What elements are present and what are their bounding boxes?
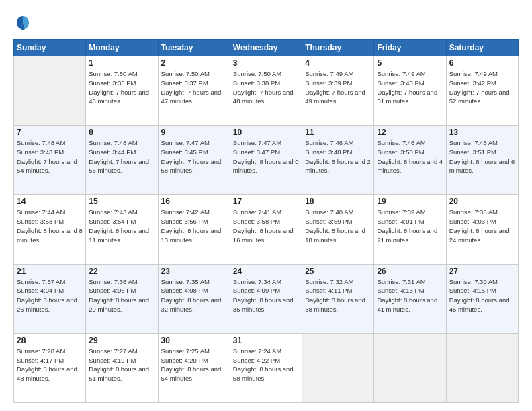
calendar-week-row: 21Sunrise: 7:37 AMSunset: 4:04 PMDayligh… bbox=[14, 264, 519, 333]
day-number: 8 bbox=[89, 128, 154, 137]
calendar-cell: 29Sunrise: 7:27 AMSunset: 4:19 PMDayligh… bbox=[86, 333, 158, 402]
day-info: Sunrise: 7:48 AMSunset: 3:44 PMDaylight:… bbox=[89, 138, 154, 175]
day-number: 18 bbox=[305, 197, 371, 206]
day-info: Sunrise: 7:47 AMSunset: 3:45 PMDaylight:… bbox=[161, 138, 227, 175]
calendar-week-row: 1Sunrise: 7:50 AMSunset: 3:36 PMDaylight… bbox=[14, 56, 519, 126]
calendar-cell: 17Sunrise: 7:41 AMSunset: 3:58 PMDayligh… bbox=[230, 195, 302, 264]
calendar-cell: 10Sunrise: 7:47 AMSunset: 3:47 PMDayligh… bbox=[230, 126, 302, 195]
day-info: Sunrise: 7:49 AMSunset: 3:42 PMDaylight:… bbox=[449, 69, 515, 106]
calendar-cell: 1Sunrise: 7:50 AMSunset: 3:36 PMDaylight… bbox=[86, 56, 158, 126]
day-info: Sunrise: 7:50 AMSunset: 3:38 PMDaylight:… bbox=[233, 69, 299, 106]
calendar-cell: 28Sunrise: 7:28 AMSunset: 4:17 PMDayligh… bbox=[14, 333, 86, 402]
day-info: Sunrise: 7:48 AMSunset: 3:43 PMDaylight:… bbox=[17, 138, 83, 175]
logo-icon bbox=[13, 13, 32, 32]
day-number: 21 bbox=[17, 267, 83, 276]
calendar-cell: 19Sunrise: 7:39 AMSunset: 4:01 PMDayligh… bbox=[374, 195, 446, 264]
calendar-week-row: 7Sunrise: 7:48 AMSunset: 3:43 PMDaylight… bbox=[14, 126, 519, 195]
day-number: 23 bbox=[161, 267, 227, 276]
calendar-header-thursday: Thursday bbox=[302, 40, 374, 56]
day-info: Sunrise: 7:31 AMSunset: 4:13 PMDaylight:… bbox=[377, 277, 443, 314]
day-number: 2 bbox=[161, 58, 227, 68]
day-number: 9 bbox=[161, 128, 227, 137]
day-info: Sunrise: 7:42 AMSunset: 3:56 PMDaylight:… bbox=[161, 208, 227, 244]
logo bbox=[13, 13, 35, 32]
day-info: Sunrise: 7:36 AMSunset: 4:06 PMDaylight:… bbox=[89, 277, 154, 314]
calendar-week-row: 28Sunrise: 7:28 AMSunset: 4:17 PMDayligh… bbox=[14, 333, 519, 402]
calendar-cell bbox=[446, 333, 518, 402]
calendar-cell bbox=[14, 56, 86, 126]
day-number: 1 bbox=[89, 58, 154, 68]
day-number: 20 bbox=[449, 197, 515, 206]
day-info: Sunrise: 7:38 AMSunset: 4:03 PMDaylight:… bbox=[449, 208, 515, 244]
day-number: 22 bbox=[89, 267, 154, 276]
day-info: Sunrise: 7:49 AMSunset: 3:39 PMDaylight:… bbox=[305, 69, 371, 106]
day-info: Sunrise: 7:47 AMSunset: 3:47 PMDaylight:… bbox=[233, 138, 299, 175]
calendar-header-row: SundayMondayTuesdayWednesdayThursdayFrid… bbox=[14, 40, 519, 56]
day-info: Sunrise: 7:41 AMSunset: 3:58 PMDaylight:… bbox=[233, 208, 299, 244]
calendar-cell: 31Sunrise: 7:24 AMSunset: 4:22 PMDayligh… bbox=[230, 333, 302, 402]
day-info: Sunrise: 7:27 AMSunset: 4:19 PMDaylight:… bbox=[89, 347, 154, 383]
day-number: 4 bbox=[305, 58, 371, 68]
day-number: 24 bbox=[233, 267, 299, 276]
day-info: Sunrise: 7:25 AMSunset: 4:20 PMDaylight:… bbox=[161, 347, 227, 383]
calendar-cell: 8Sunrise: 7:48 AMSunset: 3:44 PMDaylight… bbox=[86, 126, 158, 195]
day-info: Sunrise: 7:32 AMSunset: 4:11 PMDaylight:… bbox=[305, 277, 371, 314]
day-number: 31 bbox=[233, 336, 299, 345]
calendar-cell: 21Sunrise: 7:37 AMSunset: 4:04 PMDayligh… bbox=[14, 264, 86, 333]
day-number: 15 bbox=[89, 197, 154, 206]
calendar-cell: 7Sunrise: 7:48 AMSunset: 3:43 PMDaylight… bbox=[14, 126, 86, 195]
day-info: Sunrise: 7:30 AMSunset: 4:15 PMDaylight:… bbox=[449, 277, 515, 314]
calendar-cell: 15Sunrise: 7:43 AMSunset: 3:54 PMDayligh… bbox=[86, 195, 158, 264]
day-info: Sunrise: 7:49 AMSunset: 3:40 PMDaylight:… bbox=[377, 69, 443, 106]
day-number: 17 bbox=[233, 197, 299, 206]
page: SundayMondayTuesdayWednesdayThursdayFrid… bbox=[0, 0, 532, 411]
calendar-cell: 5Sunrise: 7:49 AMSunset: 3:40 PMDaylight… bbox=[374, 56, 446, 126]
calendar-cell: 30Sunrise: 7:25 AMSunset: 4:20 PMDayligh… bbox=[158, 333, 230, 402]
calendar-header-monday: Monday bbox=[86, 40, 158, 56]
day-info: Sunrise: 7:50 AMSunset: 3:36 PMDaylight:… bbox=[89, 69, 154, 106]
calendar-header-tuesday: Tuesday bbox=[158, 40, 230, 56]
day-info: Sunrise: 7:40 AMSunset: 3:59 PMDaylight:… bbox=[305, 208, 371, 244]
day-number: 13 bbox=[449, 128, 515, 137]
day-info: Sunrise: 7:28 AMSunset: 4:17 PMDaylight:… bbox=[17, 347, 83, 383]
day-number: 10 bbox=[233, 128, 299, 137]
day-number: 30 bbox=[161, 336, 227, 345]
calendar-cell: 9Sunrise: 7:47 AMSunset: 3:45 PMDaylight… bbox=[158, 126, 230, 195]
calendar-header-saturday: Saturday bbox=[446, 40, 518, 56]
day-number: 14 bbox=[17, 197, 83, 206]
day-number: 11 bbox=[305, 128, 371, 137]
day-number: 27 bbox=[449, 267, 515, 276]
day-info: Sunrise: 7:34 AMSunset: 4:09 PMDaylight:… bbox=[233, 277, 299, 314]
day-info: Sunrise: 7:44 AMSunset: 3:53 PMDaylight:… bbox=[17, 208, 83, 244]
calendar-cell: 22Sunrise: 7:36 AMSunset: 4:06 PMDayligh… bbox=[86, 264, 158, 333]
day-number: 16 bbox=[161, 197, 227, 206]
calendar-table: SundayMondayTuesdayWednesdayThursdayFrid… bbox=[13, 39, 519, 403]
calendar-cell: 23Sunrise: 7:35 AMSunset: 4:08 PMDayligh… bbox=[158, 264, 230, 333]
day-info: Sunrise: 7:39 AMSunset: 4:01 PMDaylight:… bbox=[377, 208, 443, 244]
calendar-cell: 26Sunrise: 7:31 AMSunset: 4:13 PMDayligh… bbox=[374, 264, 446, 333]
calendar-cell: 2Sunrise: 7:50 AMSunset: 3:37 PMDaylight… bbox=[158, 56, 230, 126]
day-number: 28 bbox=[17, 336, 83, 345]
day-number: 5 bbox=[377, 58, 443, 68]
calendar-cell: 25Sunrise: 7:32 AMSunset: 4:11 PMDayligh… bbox=[302, 264, 374, 333]
calendar-header-wednesday: Wednesday bbox=[230, 40, 302, 56]
calendar-cell: 16Sunrise: 7:42 AMSunset: 3:56 PMDayligh… bbox=[158, 195, 230, 264]
day-info: Sunrise: 7:46 AMSunset: 3:48 PMDaylight:… bbox=[305, 138, 371, 175]
day-info: Sunrise: 7:24 AMSunset: 4:22 PMDaylight:… bbox=[233, 347, 299, 383]
calendar-header-friday: Friday bbox=[374, 40, 446, 56]
day-info: Sunrise: 7:43 AMSunset: 3:54 PMDaylight:… bbox=[89, 208, 154, 244]
calendar-cell: 4Sunrise: 7:49 AMSunset: 3:39 PMDaylight… bbox=[302, 56, 374, 126]
day-number: 26 bbox=[377, 267, 443, 276]
calendar-cell bbox=[302, 333, 374, 402]
day-info: Sunrise: 7:50 AMSunset: 3:37 PMDaylight:… bbox=[161, 69, 227, 106]
calendar-cell: 18Sunrise: 7:40 AMSunset: 3:59 PMDayligh… bbox=[302, 195, 374, 264]
day-number: 29 bbox=[89, 336, 154, 345]
calendar-cell: 14Sunrise: 7:44 AMSunset: 3:53 PMDayligh… bbox=[14, 195, 86, 264]
calendar-cell bbox=[374, 333, 446, 402]
calendar-cell: 12Sunrise: 7:46 AMSunset: 3:50 PMDayligh… bbox=[374, 126, 446, 195]
day-info: Sunrise: 7:45 AMSunset: 3:51 PMDaylight:… bbox=[449, 138, 515, 175]
calendar-week-row: 14Sunrise: 7:44 AMSunset: 3:53 PMDayligh… bbox=[14, 195, 519, 264]
day-number: 25 bbox=[305, 267, 371, 276]
day-info: Sunrise: 7:35 AMSunset: 4:08 PMDaylight:… bbox=[161, 277, 227, 314]
day-info: Sunrise: 7:37 AMSunset: 4:04 PMDaylight:… bbox=[17, 277, 83, 314]
